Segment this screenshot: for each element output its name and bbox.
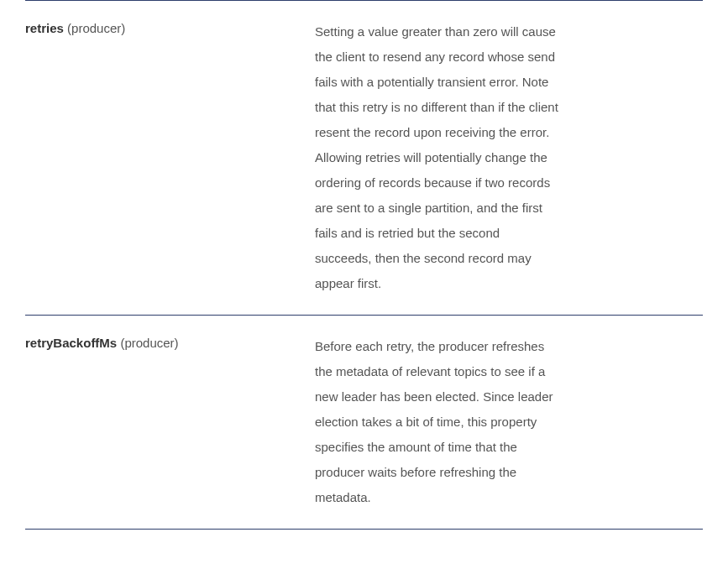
table-row: retryBackoffMs (producer) Before each re… — [25, 315, 703, 530]
parameter-name: retryBackoffMs — [25, 336, 117, 350]
parameter-description: Before each retry, the producer re­fresh… — [315, 334, 558, 510]
parameter-name-cell: retryBackoffMs (producer) — [25, 334, 315, 510]
parameter-name: retries — [25, 21, 64, 35]
parameter-context: (producer) — [67, 21, 125, 35]
table-row: retries (producer) Setting a value great… — [25, 0, 703, 315]
parameter-description: Setting a value greater than zero will c… — [315, 19, 558, 296]
parameter-name-cell: retries (producer) — [25, 19, 315, 296]
parameter-table: retries (producer) Setting a value great… — [25, 0, 703, 530]
parameter-context: (producer) — [120, 336, 178, 350]
